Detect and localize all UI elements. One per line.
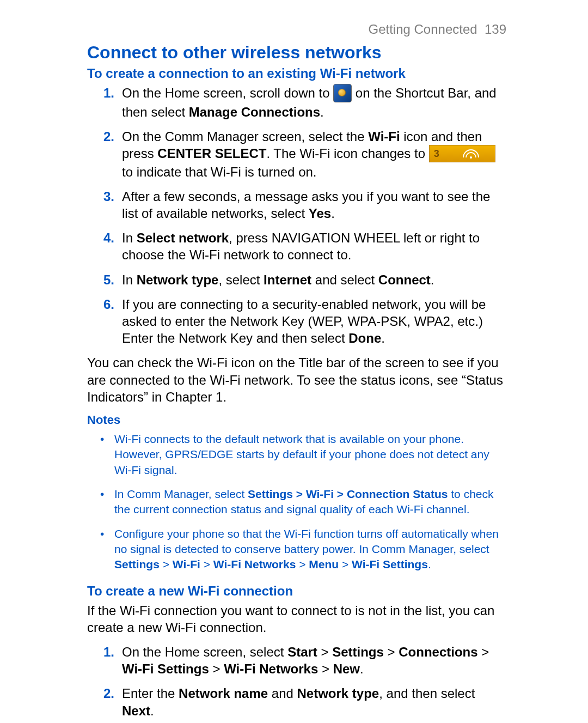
step-2: 2. Enter the Network name and Network ty… bbox=[87, 685, 506, 719]
step-number: 2. bbox=[103, 685, 114, 702]
create-new-heading: To create a new Wi-Fi connection bbox=[87, 584, 506, 599]
wifi-on-icon: 3 bbox=[429, 145, 495, 162]
step-text: In bbox=[122, 230, 137, 245]
step-number: 3. bbox=[103, 188, 114, 205]
body-paragraph: You can check the Wi-Fi icon on the Titl… bbox=[87, 354, 506, 405]
step-text: If you are connecting to a security-enab… bbox=[122, 297, 486, 345]
gt-separator: > bbox=[317, 645, 332, 659]
note-text: . bbox=[428, 558, 431, 570]
note-text: In Comm Manager, select bbox=[114, 488, 248, 500]
bullet-icon: • bbox=[100, 526, 104, 542]
bold-text: Wi-Fi bbox=[173, 558, 200, 570]
steps-list-1: 1. On the Home screen, scroll down to on… bbox=[87, 84, 506, 347]
step-text: After a few seconds, a message asks you … bbox=[122, 189, 490, 221]
notes-heading: Notes bbox=[87, 413, 506, 427]
step-3: 3. After a few seconds, a message asks y… bbox=[87, 188, 506, 222]
bold-text: Manage Connections bbox=[189, 105, 320, 119]
bold-text: Done bbox=[348, 331, 381, 345]
step-5: 5. In Network type, select Internet and … bbox=[87, 271, 506, 288]
step-text: On the Home screen, scroll down to bbox=[122, 86, 333, 100]
step-text: . bbox=[381, 331, 385, 345]
bold-text: Network type bbox=[137, 272, 219, 287]
bold-text: Network name bbox=[179, 686, 268, 701]
bold-text: Wi-Fi Settings bbox=[122, 661, 209, 676]
bold-text: Wi-Fi Networks bbox=[213, 558, 296, 570]
step-text: , select bbox=[218, 272, 264, 287]
step-number: 4. bbox=[103, 229, 114, 246]
document-page: Getting Connected 139 Connect to other w… bbox=[0, 0, 588, 723]
svg-point-0 bbox=[470, 156, 472, 159]
gt-separator: > bbox=[160, 558, 173, 570]
gt-separator: > bbox=[384, 645, 399, 659]
step-1: 1. On the Home screen, scroll down to on… bbox=[87, 84, 506, 120]
step-text: . bbox=[331, 206, 335, 221]
bold-text: Settings > Wi-Fi > Connection Status bbox=[248, 488, 448, 500]
bold-text: Menu bbox=[309, 558, 339, 570]
note-text: Wi-Fi connects to the default network th… bbox=[114, 433, 489, 476]
page-title: Connect to other wireless networks bbox=[87, 42, 506, 63]
gt-separator: > bbox=[200, 558, 213, 570]
step-number: 1. bbox=[103, 643, 114, 660]
note-item: • Wi-Fi connects to the default network … bbox=[87, 432, 506, 478]
bold-text: Select network bbox=[137, 230, 229, 245]
bold-text: Wi-Fi bbox=[368, 129, 400, 144]
page-number: 139 bbox=[485, 22, 506, 37]
steps-list-2: 1. On the Home screen, select Start > Se… bbox=[87, 643, 506, 719]
step-2: 2. On the Comm Manager screen, select th… bbox=[87, 128, 506, 180]
bold-text: CENTER SELECT bbox=[157, 146, 266, 161]
step-number: 2. bbox=[103, 128, 114, 145]
bold-text: Wi-Fi Networks bbox=[224, 661, 318, 676]
step-text: , and then select bbox=[379, 686, 475, 701]
step-text: and bbox=[268, 686, 297, 701]
gt-separator: > bbox=[296, 558, 309, 570]
bold-text: Settings bbox=[332, 645, 384, 659]
note-item: • Configure your phone so that the Wi-Fi… bbox=[87, 526, 506, 573]
step-text: . bbox=[360, 661, 364, 676]
step-number: 5. bbox=[103, 271, 114, 288]
shortcut-bar-icon bbox=[333, 84, 352, 102]
bold-text: Next bbox=[122, 703, 150, 718]
bold-text: Start bbox=[287, 645, 317, 659]
bold-text: Internet bbox=[264, 272, 311, 287]
bullet-icon: • bbox=[100, 487, 104, 502]
step-text: Enter the bbox=[122, 686, 179, 701]
step-text: In bbox=[122, 272, 137, 287]
chapter-name: Getting Connected bbox=[368, 22, 477, 37]
step-6: 6. If you are connecting to a security-e… bbox=[87, 296, 506, 347]
bold-text: New bbox=[333, 661, 360, 676]
notes-list: • Wi-Fi connects to the default network … bbox=[87, 432, 506, 573]
note-text: Configure your phone so that the Wi-Fi f… bbox=[114, 527, 499, 555]
gt-separator: > bbox=[339, 558, 352, 570]
step-number: 6. bbox=[103, 296, 114, 313]
bold-text: Connections bbox=[399, 645, 477, 659]
step-text: to indicate that Wi-Fi is turned on. bbox=[122, 165, 317, 179]
bold-text: Yes bbox=[309, 206, 331, 221]
step-text: . bbox=[431, 272, 434, 287]
gt-separator: > bbox=[318, 661, 333, 676]
step-number: 1. bbox=[103, 84, 114, 101]
gt-separator: > bbox=[478, 645, 489, 659]
step-text: . The Wi-Fi icon changes to bbox=[266, 146, 428, 161]
bold-text: Connect bbox=[378, 272, 431, 287]
bold-text: Wi-Fi Settings bbox=[352, 558, 428, 570]
step-text: . bbox=[320, 105, 324, 119]
note-item: • In Comm Manager, select Settings > Wi-… bbox=[87, 487, 506, 518]
step-text: On the Comm Manager screen, select the bbox=[122, 129, 368, 144]
page-header: Getting Connected 139 bbox=[87, 22, 506, 37]
step-1: 1. On the Home screen, select Start > Se… bbox=[87, 643, 506, 677]
step-text: . bbox=[150, 703, 154, 718]
step-text: On the Home screen, select bbox=[122, 645, 287, 659]
bold-text: Network type bbox=[297, 686, 379, 701]
step-4: 4. In Select network, press NAVIGATION W… bbox=[87, 229, 506, 263]
bullet-icon: • bbox=[100, 432, 104, 447]
bold-text: Settings bbox=[114, 558, 160, 570]
intro-paragraph: If the Wi-Fi connection you want to conn… bbox=[87, 602, 506, 636]
create-existing-heading: To create a connection to an existing Wi… bbox=[87, 66, 506, 81]
gt-separator: > bbox=[209, 661, 224, 676]
step-text: and select bbox=[311, 272, 378, 287]
